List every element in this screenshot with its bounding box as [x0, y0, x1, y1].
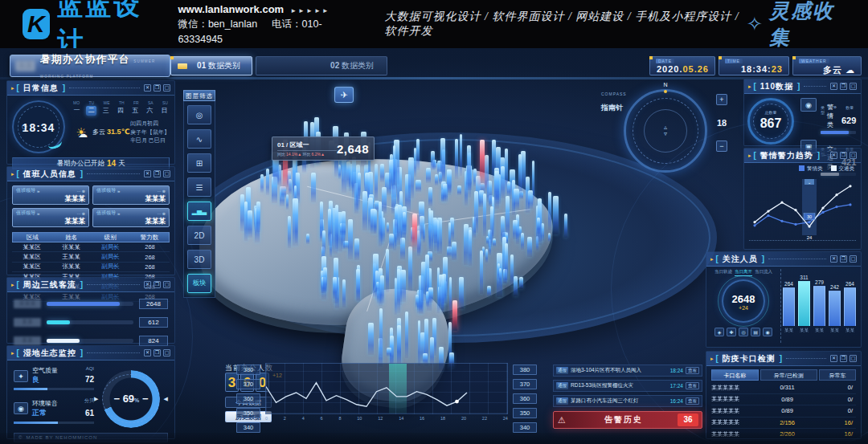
leaf-icon: ✦ — [14, 370, 28, 382]
tooltip-region: 01 / 区域一 — [277, 141, 337, 151]
alert-view-button[interactable]: 查看 — [686, 382, 699, 389]
svg-text:24: 24 — [807, 235, 813, 240]
layer-button-grid[interactable]: ⊞ — [187, 153, 211, 173]
layer-button-2d[interactable]: 2D — [187, 226, 211, 245]
duty-leader-card: 值班领导»⋯ ⊗某某某 — [92, 208, 170, 227]
focus-mini-icon[interactable]: ◈ — [714, 328, 724, 336]
layer-button-list[interactable]: ☰ — [187, 177, 211, 197]
flow-row: 某某612 — [14, 317, 168, 328]
focus-mini-icon[interactable]: ✚ — [727, 328, 736, 336]
eco-gauge: ▶ − 69% − ◀ — [94, 366, 168, 431]
panel-control-icon[interactable]: ❐ — [154, 349, 161, 356]
panel-control-icon[interactable]: ▢ — [850, 355, 857, 362]
panel-control-icon[interactable]: ✕ — [144, 170, 151, 177]
panel-control-icon[interactable]: ✕ — [830, 355, 837, 362]
weekday: 六 — [145, 106, 155, 116]
focus-tab[interactable]: 当日流入 — [755, 269, 772, 276]
tab-data-category-1[interactable]: 01 数据类别 — [170, 56, 252, 75]
panel-control-icon[interactable]: ▢ — [850, 255, 857, 263]
panel-control-icon[interactable]: ❐ — [840, 152, 847, 159]
focus-bar: 264某某 — [782, 281, 796, 333]
layer-button-location[interactable]: ◎ — [187, 105, 211, 124]
gauge-value: 69 — [123, 393, 134, 405]
panel-title: 日常信息 — [23, 83, 59, 94]
panel-control-icon[interactable]: ✕ — [830, 255, 837, 263]
layer-button-3d[interactable]: 3D — [187, 250, 211, 269]
masked-logo: 某某某 — [15, 60, 35, 71]
alert-view-button[interactable]: 查看 — [686, 397, 699, 405]
week-row: 一二三四五六日 — [72, 106, 170, 116]
layer-filter-title: 图层筛选 — [183, 90, 215, 101]
focus-total: 2648 — [723, 293, 764, 305]
focus-mini-icon[interactable]: ◎ — [739, 328, 748, 336]
office-line-chart — [265, 363, 508, 414]
duty-leader-card: 值班领导»⋯ ⊗某某某 — [92, 185, 170, 205]
site-link[interactable]: www.lanlanwork.com — [178, 3, 284, 15]
dashboard: 某某某 暑期办公协作平台 SUMMER WORKING PLATFORM 01 … — [0, 48, 868, 444]
trend-chart: ⌄3024 — [744, 173, 861, 240]
duty-personnel-panel: ▸[值班人员信息]✕❐▢ 值班领导»⋯ ⊗某某某值班领导»⋯ ⊗某某某值班领导»… — [6, 166, 175, 275]
panel-control-icon[interactable]: ✕ — [830, 152, 837, 159]
focus-tab[interactable]: 当日轨迹 — [714, 269, 732, 276]
weekday: 二 — [86, 106, 96, 116]
duty-cards: 值班领导»⋯ ⊗某某某值班领导»⋯ ⊗某某某值班领导»⋯ ⊗某某某值班领导»⋯ … — [7, 181, 174, 231]
weather-plate: WEATHER 多云 ☁ — [792, 56, 862, 75]
panel-control-icon[interactable]: ✕ — [144, 84, 151, 92]
weekday: 四 — [115, 106, 125, 116]
compass-panel: COMPASS 指南针 N ▵▿ + 18 − — [601, 84, 728, 190]
panel-title: 值班人员信息 — [23, 169, 76, 180]
duty-leader-card: 值班领导»⋯ ⊗某某某 — [12, 208, 89, 227]
zoom-in-button[interactable]: + — [716, 94, 727, 105]
duty-leader-card: 值班领导»⋯ ⊗某某某 — [12, 185, 89, 205]
flow-row: 某某某2648 — [14, 299, 168, 309]
panel-control-icon[interactable]: ❐ — [840, 355, 847, 362]
total-110-count: 867 — [750, 116, 792, 131]
panel-control-icon[interactable]: ✕ — [144, 349, 151, 356]
collect-link[interactable]: ✧ 灵感收集 — [747, 0, 844, 51]
compass-ring[interactable]: N ▵▿ — [624, 89, 707, 173]
lanlan-logo-icon: K — [23, 9, 50, 39]
compass-center-icon: ▵▿ — [664, 124, 667, 137]
panel-control-icon[interactable]: ▢ — [163, 84, 170, 92]
panel-control-icon[interactable]: ▢ — [163, 281, 170, 288]
panel-controls: ✕❐▢ — [144, 170, 170, 177]
panel-control-icon[interactable]: ▢ — [163, 170, 170, 177]
svg-text:30: 30 — [807, 214, 812, 219]
alert-view-button[interactable]: 查看 — [686, 367, 699, 374]
clock-time: 18:34 — [14, 121, 63, 134]
focus-mini-icon[interactable]: ◉ — [763, 328, 772, 336]
alert-history-banner[interactable]: ⚠ 告警历史 36 — [553, 411, 702, 429]
panel-controls: ✕❐▢ — [830, 355, 857, 362]
duty-table-row: 某某区王某某副局长268 — [12, 252, 170, 262]
services-text: 大数据可视化设计 / 软件界面设计 / 网站建设 / 手机及小程序设计 / 软件… — [385, 10, 747, 39]
tooltip-value: 2,648 — [337, 142, 369, 156]
panel-control-icon[interactable]: ❐ — [154, 84, 161, 92]
focus-delta: +24 — [723, 305, 764, 311]
panel-control-icon[interactable]: ▢ — [850, 152, 857, 159]
layer-button-signal[interactable]: ∿ — [187, 129, 211, 149]
panel-control-icon[interactable]: ▢ — [850, 83, 857, 90]
panel-control-icon[interactable]: ❐ — [840, 255, 847, 263]
panel-control-icon[interactable]: ✕ — [144, 281, 151, 288]
zoom-out-button[interactable]: − — [716, 141, 727, 152]
panel-control-icon[interactable]: ❐ — [154, 281, 161, 288]
panel-control-icon[interactable]: ▢ — [163, 349, 170, 356]
panel-title: 警情警力趋势 — [760, 150, 813, 161]
duty-table-row: 某某区张某某副局长268 — [12, 242, 170, 252]
panel-control-icon[interactable]: ❐ — [840, 83, 847, 90]
weather-desc: 多云 — [92, 128, 105, 136]
air-quality-status: 良 — [32, 375, 58, 385]
layer-button-bars[interactable]: ▂▅▃ — [187, 202, 211, 221]
panel-control-icon[interactable]: ✕ — [830, 83, 837, 90]
duty-table-header: 区域姓名级别警力数 — [12, 232, 170, 242]
air-quality-value: 72 — [85, 375, 94, 384]
weekday: 日 — [159, 106, 170, 116]
total-gauge: 总数量 867 — [747, 98, 794, 145]
focus-mini-icon[interactable]: ▤ — [751, 328, 760, 336]
layer-button-blocks[interactable]: 板块 — [187, 274, 211, 293]
panel-controls: ✕❐▢ — [830, 255, 857, 263]
panel-control-icon[interactable]: ❐ — [154, 170, 161, 177]
compass-title: 指南针 — [601, 104, 623, 112]
tab-data-category-2[interactable]: 02 数据类别 — [256, 56, 387, 75]
paper-plane-marker[interactable]: ✈ — [334, 87, 354, 103]
